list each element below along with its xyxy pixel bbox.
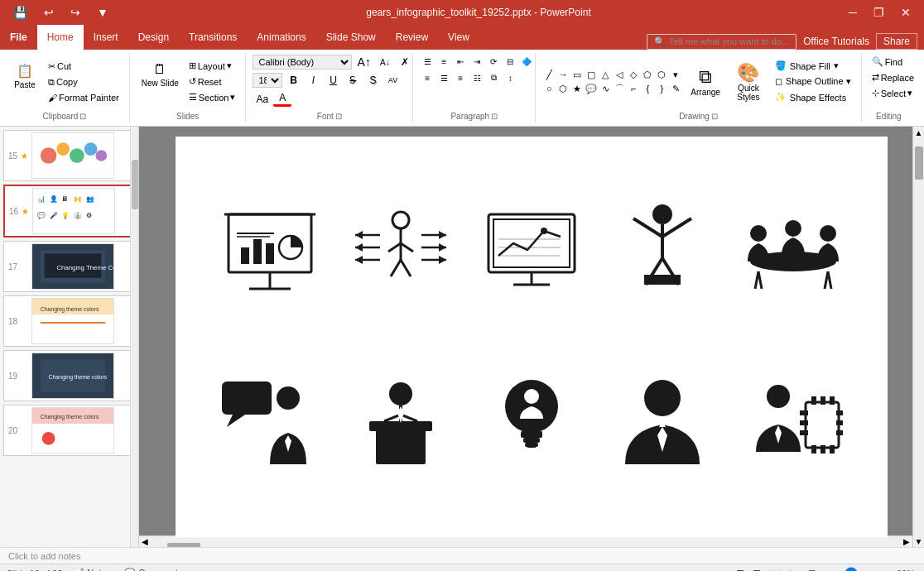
- share-button[interactable]: Share: [876, 33, 917, 50]
- slide-thumb-18[interactable]: 18 ★ Changing theme colors: [3, 295, 135, 347]
- shape-star[interactable]: ★: [570, 82, 584, 95]
- italic-button[interactable]: I: [304, 74, 322, 87]
- quick-styles-button[interactable]: 🎨 Quick Styles: [729, 59, 768, 105]
- tell-me-search[interactable]: 🔍 Tell me what you want to do...: [647, 34, 796, 50]
- shape-roundrect[interactable]: ▢: [585, 68, 598, 81]
- cut-button[interactable]: ✂ Cut: [45, 60, 123, 74]
- align-center-button[interactable]: ☰: [436, 71, 451, 84]
- shape-connector[interactable]: ⌐: [627, 82, 640, 95]
- bullets-button[interactable]: ☰: [420, 55, 435, 68]
- decrease-indent-button[interactable]: ⇤: [453, 55, 468, 68]
- tab-slideshow[interactable]: Slide Show: [316, 25, 386, 50]
- paragraph-expand-icon[interactable]: ⊡: [491, 112, 498, 121]
- scroll-right-button[interactable]: ▶: [901, 537, 912, 546]
- increase-font-button[interactable]: A↑: [354, 55, 373, 70]
- restore-button[interactable]: ❐: [869, 4, 889, 21]
- format-painter-button[interactable]: 🖌 Format Painter: [45, 91, 123, 104]
- zoom-level-button[interactable]: 88%: [894, 568, 917, 572]
- normal-view-button[interactable]: ⊡: [733, 567, 748, 572]
- paste-button[interactable]: 📋 Paste: [7, 60, 43, 104]
- underline-button[interactable]: U: [324, 74, 342, 87]
- tab-review[interactable]: Review: [386, 25, 438, 50]
- reset-button[interactable]: ↺ Reset: [185, 74, 239, 89]
- shape-rect[interactable]: ▭: [570, 68, 584, 81]
- slide-panel-scrollbar[interactable]: [130, 127, 138, 547]
- fit-slide-button[interactable]: ⊡: [806, 567, 818, 571]
- increase-indent-button[interactable]: ⇥: [469, 55, 484, 68]
- customize-qat-button[interactable]: ▼: [92, 4, 113, 21]
- scroll-up-button[interactable]: ▲: [915, 127, 923, 138]
- canvas-vscroll[interactable]: ▲ ▼: [912, 127, 924, 547]
- scroll-left-button[interactable]: ◀: [139, 537, 151, 546]
- tab-home[interactable]: Home: [37, 25, 84, 50]
- shape-outline-button[interactable]: ◻ Shape Outline ▾: [772, 74, 854, 89]
- shape-rtriangle[interactable]: ◁: [613, 68, 626, 81]
- shape-hexagon[interactable]: ⬡: [655, 68, 668, 81]
- shape-circle[interactable]: ○: [542, 82, 556, 95]
- slide-thumb-19[interactable]: 19 ★ Changing theme colors: [3, 350, 135, 401]
- shape-triangle[interactable]: △: [599, 68, 612, 81]
- shape-freeform[interactable]: ✎: [669, 82, 682, 95]
- minimize-button[interactable]: ─: [844, 4, 862, 21]
- replace-button[interactable]: ⇄ Replace: [869, 70, 917, 84]
- arrange-button[interactable]: ⧉ Arrange: [686, 63, 725, 100]
- columns-button[interactable]: ⧉: [486, 71, 501, 84]
- tab-animations[interactable]: Animations: [247, 25, 315, 50]
- clipboard-expand-icon[interactable]: ⊡: [79, 112, 86, 121]
- font-color-button[interactable]: A: [273, 91, 291, 107]
- comments-button[interactable]: 💬 Comments: [122, 567, 185, 571]
- new-slide-button[interactable]: 🗒 New Slide: [137, 59, 184, 104]
- slide-thumb-17[interactable]: 17 ★ Changing Theme Colors: [3, 241, 135, 292]
- save-button[interactable]: 💾: [8, 4, 32, 21]
- bold-button[interactable]: B: [284, 74, 302, 87]
- shape-more[interactable]: ▾: [669, 68, 682, 81]
- align-text-button[interactable]: ⊟: [503, 55, 517, 68]
- section-button[interactable]: ☰ Section ▾: [185, 90, 239, 104]
- shape-fill-button[interactable]: 🪣 Shape Fill ▾: [772, 59, 854, 73]
- undo-button[interactable]: ↩: [39, 4, 59, 21]
- tab-insert[interactable]: Insert: [84, 25, 128, 50]
- text-direction-button[interactable]: ⟳: [486, 55, 501, 68]
- shape-pentagon[interactable]: ⬠: [641, 68, 654, 81]
- slide-sorter-button[interactable]: ⊞: [749, 567, 764, 572]
- tab-design[interactable]: Design: [128, 25, 179, 50]
- tab-file[interactable]: File: [0, 25, 37, 50]
- select-button[interactable]: ⊹ Select ▾: [869, 86, 917, 100]
- slide-thumb-16[interactable]: 16 ★ 📊 👤 🖥 🙌 👥 💬 🎤 💡 👔 ⚙: [3, 185, 135, 238]
- font-name-select[interactable]: Calibri (Body): [253, 55, 352, 70]
- convert-smartart-button[interactable]: 🔷: [519, 55, 534, 68]
- scroll-down-button[interactable]: ▼: [915, 535, 923, 547]
- decrease-font-button[interactable]: A↓: [376, 57, 394, 68]
- copy-button[interactable]: ⧉ Copy: [45, 75, 123, 89]
- redo-button[interactable]: ↪: [65, 4, 85, 21]
- slide-thumb-20[interactable]: 20 ★ Changing theme colors: [3, 405, 135, 456]
- numbering-button[interactable]: ≡: [436, 55, 451, 68]
- shape-line[interactable]: ╱: [542, 68, 556, 81]
- canvas-hscroll[interactable]: ◀ ▶: [139, 535, 912, 547]
- shape-curve[interactable]: ∿: [599, 82, 612, 95]
- find-button[interactable]: 🔍 Find: [869, 55, 917, 69]
- shape-arc[interactable]: ⌒: [613, 82, 626, 95]
- font-size-select[interactable]: 18: [253, 73, 282, 88]
- reading-view-button[interactable]: 📖: [766, 567, 785, 572]
- align-right-button[interactable]: ≡: [453, 71, 468, 84]
- font-expand-icon[interactable]: ⊡: [335, 112, 342, 121]
- layout-button[interactable]: ⊞ Layout ▾: [185, 59, 239, 73]
- close-button[interactable]: ✕: [896, 4, 916, 21]
- shape-callout[interactable]: 💬: [585, 82, 598, 95]
- char-spacing-button[interactable]: AV: [383, 75, 402, 85]
- clear-format-button[interactable]: ✗: [396, 55, 414, 69]
- strikethrough-button[interactable]: S̶: [344, 74, 362, 87]
- shape-bracket[interactable]: {: [641, 82, 654, 95]
- notes-button[interactable]: 📝 Notes: [70, 567, 113, 571]
- office-tutorials-button[interactable]: Office Tutorials: [803, 36, 869, 47]
- shape-arrow[interactable]: →: [556, 68, 570, 81]
- slideshow-button[interactable]: ▶: [787, 567, 801, 572]
- change-case-button[interactable]: Aa: [253, 93, 272, 106]
- shape-brace[interactable]: }: [655, 82, 668, 95]
- drawing-expand-icon[interactable]: ⊡: [711, 112, 718, 121]
- tab-transitions[interactable]: Transitions: [179, 25, 247, 50]
- tab-view[interactable]: View: [438, 25, 479, 50]
- shape-cube[interactable]: ⬡: [556, 82, 570, 95]
- justify-button[interactable]: ☷: [469, 71, 484, 84]
